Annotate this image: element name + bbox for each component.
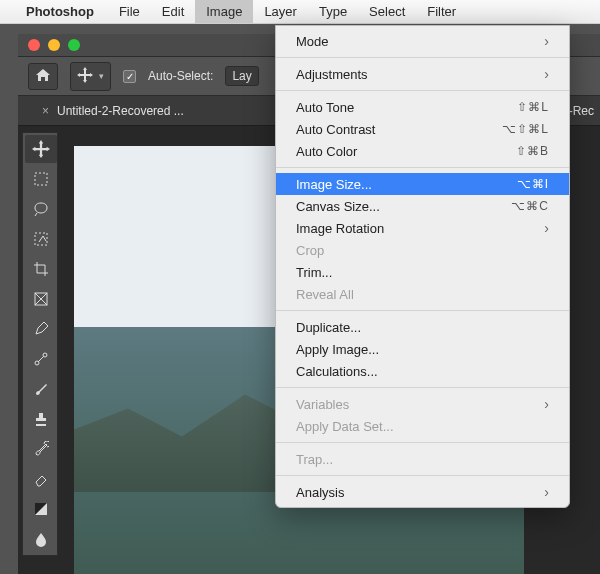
menu-item-shortcut: ⌥⇧⌘L: [502, 122, 549, 136]
menu-item-shortcut: ⌥⌘I: [517, 177, 549, 191]
menu-item-auto-color[interactable]: Auto Color⇧⌘B: [276, 140, 569, 162]
tool-move[interactable]: [25, 135, 57, 163]
menu-item-mode[interactable]: Mode: [276, 30, 569, 52]
menu-item-image-rotation[interactable]: Image Rotation: [276, 217, 569, 239]
menu-item-label: Crop: [296, 243, 324, 258]
menu-separator: [276, 387, 569, 388]
move-tool-indicator[interactable]: ▾: [70, 62, 111, 91]
menu-item-apply-image[interactable]: Apply Image...: [276, 338, 569, 360]
tools-panel: [22, 132, 58, 556]
menubar-layer[interactable]: Layer: [253, 0, 308, 23]
menu-item-label: Calculations...: [296, 364, 378, 379]
tool-blur[interactable]: [25, 525, 57, 553]
menu-item-crop: Crop: [276, 239, 569, 261]
tool-frame[interactable]: [25, 285, 57, 313]
menu-item-canvas-size[interactable]: Canvas Size...⌥⌘C: [276, 195, 569, 217]
document-tab-title[interactable]: Untitled-2-Recovered ...: [57, 104, 184, 118]
menu-separator: [276, 475, 569, 476]
image-menu: ModeAdjustmentsAuto Tone⇧⌘LAuto Contrast…: [275, 25, 570, 508]
menubar-type[interactable]: Type: [308, 0, 358, 23]
menu-item-auto-tone[interactable]: Auto Tone⇧⌘L: [276, 96, 569, 118]
tool-history-brush[interactable]: [25, 435, 57, 463]
menu-separator: [276, 310, 569, 311]
menu-separator: [276, 442, 569, 443]
move-icon: [77, 67, 93, 86]
menu-item-adjustments[interactable]: Adjustments: [276, 63, 569, 85]
menu-item-image-size[interactable]: Image Size...⌥⌘I: [276, 173, 569, 195]
menu-item-label: Image Size...: [296, 177, 372, 192]
svg-line-7: [38, 356, 44, 362]
menu-item-label: Canvas Size...: [296, 199, 380, 214]
chevron-down-icon: ▾: [99, 71, 104, 81]
menu-item-shortcut: ⇧⌘L: [517, 100, 549, 114]
menu-item-trap: Trap...: [276, 448, 569, 470]
menu-item-shortcut: ⌥⌘C: [511, 199, 549, 213]
menu-item-label: Mode: [296, 34, 329, 49]
tool-ruler[interactable]: [25, 345, 57, 373]
svg-rect-0: [35, 173, 47, 185]
menu-separator: [276, 90, 569, 91]
auto-select-label: Auto-Select:: [148, 69, 213, 83]
window-zoom-button[interactable]: [68, 39, 80, 51]
tool-gradient[interactable]: [25, 495, 57, 523]
tool-marquee[interactable]: [25, 165, 57, 193]
tool-lasso[interactable]: [25, 195, 57, 223]
menu-item-apply-data-set: Apply Data Set...: [276, 415, 569, 437]
menu-item-label: Trim...: [296, 265, 332, 280]
auto-select-checkbox[interactable]: ✓: [123, 70, 136, 83]
menu-item-label: Trap...: [296, 452, 333, 467]
menu-item-analysis[interactable]: Analysis: [276, 481, 569, 503]
menu-item-auto-contrast[interactable]: Auto Contrast⌥⇧⌘L: [276, 118, 569, 140]
tool-eraser[interactable]: [25, 465, 57, 493]
menu-item-label: Variables: [296, 397, 349, 412]
menu-item-label: Reveal All: [296, 287, 354, 302]
tab-close-icon[interactable]: ×: [42, 104, 49, 118]
home-icon: [35, 68, 51, 85]
menu-item-label: Apply Data Set...: [296, 419, 394, 434]
menu-item-variables: Variables: [276, 393, 569, 415]
menu-item-calculations[interactable]: Calculations...: [276, 360, 569, 382]
mac-menubar: Photoshop File Edit Image Layer Type Sel…: [0, 0, 600, 24]
menu-item-label: Duplicate...: [296, 320, 361, 335]
menu-item-label: Apply Image...: [296, 342, 379, 357]
menu-item-shortcut: ⇧⌘B: [516, 144, 549, 158]
menu-separator: [276, 57, 569, 58]
window-minimize-button[interactable]: [48, 39, 60, 51]
menu-item-label: Analysis: [296, 485, 344, 500]
menu-item-reveal-all: Reveal All: [276, 283, 569, 305]
menu-item-label: Auto Tone: [296, 100, 354, 115]
menu-item-label: Image Rotation: [296, 221, 384, 236]
tool-brush[interactable]: [25, 375, 57, 403]
menubar-file[interactable]: File: [108, 0, 151, 23]
menu-item-label: Adjustments: [296, 67, 368, 82]
tool-crop[interactable]: [25, 255, 57, 283]
auto-select-dropdown[interactable]: Lay: [225, 66, 258, 86]
window-close-button[interactable]: [28, 39, 40, 51]
menubar-edit[interactable]: Edit: [151, 0, 195, 23]
home-button[interactable]: [28, 63, 58, 90]
tool-stamp[interactable]: [25, 405, 57, 433]
menu-item-trim[interactable]: Trim...: [276, 261, 569, 283]
menubar-filter[interactable]: Filter: [416, 0, 467, 23]
menu-item-label: Auto Color: [296, 144, 357, 159]
menu-separator: [276, 167, 569, 168]
menu-item-duplicate[interactable]: Duplicate...: [276, 316, 569, 338]
menubar-image[interactable]: Image: [195, 0, 253, 23]
tool-quick-select[interactable]: [25, 225, 57, 253]
app-name: Photoshop: [26, 4, 94, 19]
menu-item-label: Auto Contrast: [296, 122, 376, 137]
tool-eyedropper[interactable]: [25, 315, 57, 343]
menubar-select[interactable]: Select: [358, 0, 416, 23]
